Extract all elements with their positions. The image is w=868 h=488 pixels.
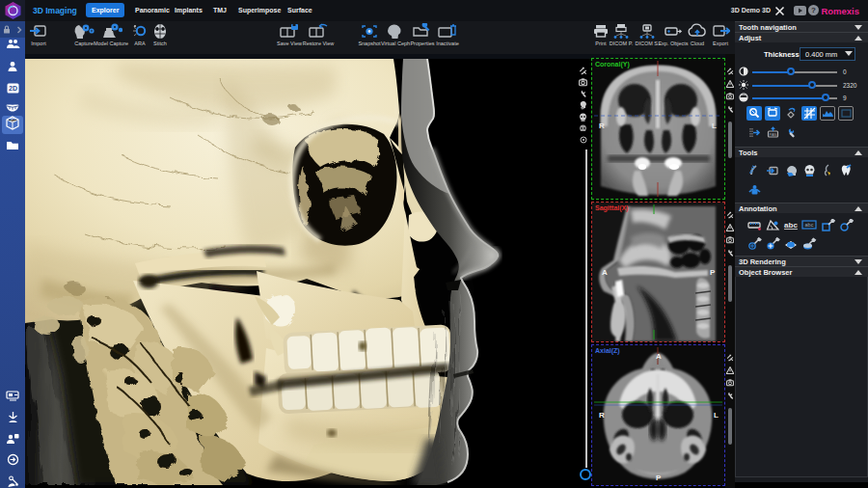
svg-text:?: ? xyxy=(811,6,816,14)
svg-text:L: L xyxy=(712,122,717,130)
svg-text:R: R xyxy=(599,122,605,130)
svg-text:abc: abc xyxy=(805,222,814,228)
svg-text:A: A xyxy=(602,268,608,277)
svg-text:abc: abc xyxy=(784,221,798,230)
svg-text:R: R xyxy=(599,411,605,420)
svg-text:L: L xyxy=(714,411,719,420)
svg-text:A: A xyxy=(656,352,662,361)
svg-text:3D: 3D xyxy=(10,118,16,122)
svg-text:PAN: PAN xyxy=(769,132,776,137)
svg-text:2D: 2D xyxy=(9,85,17,92)
svg-text:P: P xyxy=(656,474,662,482)
svg-text:P: P xyxy=(710,268,716,277)
